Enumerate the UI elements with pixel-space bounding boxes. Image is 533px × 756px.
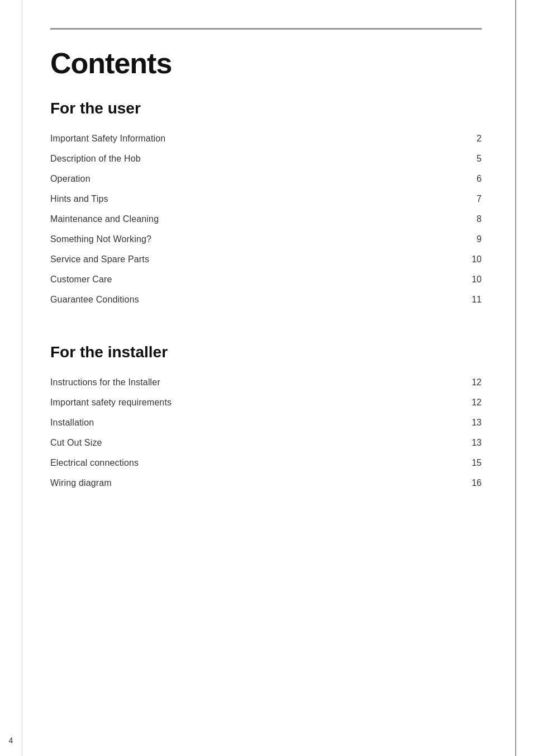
toc-item-label: Hints and Tips <box>50 189 352 209</box>
section-heading-user: For the user <box>50 100 482 117</box>
toc-item-label: Guarantee Conditions <box>50 290 352 310</box>
table-row: Description of the Hob 5 <box>50 149 482 169</box>
toc-item-label: Maintenance and Cleaning <box>50 209 352 229</box>
toc-item-page: 15 <box>352 453 482 473</box>
main-title: Contents <box>50 46 482 80</box>
toc-item-page: 16 <box>352 473 482 493</box>
toc-item-label: Customer Care <box>50 270 352 290</box>
section-for-the-installer: For the installer Instructions for the I… <box>50 343 482 493</box>
toc-item-label: Installation <box>50 413 352 433</box>
toc-item-label: Something Not Working? <box>50 229 352 249</box>
table-row: Hints and Tips 7 <box>50 189 482 209</box>
table-row: Wiring diagram 16 <box>50 473 482 493</box>
toc-item-page: 12 <box>352 393 482 413</box>
toc-item-page: 8 <box>352 209 482 229</box>
toc-item-page: 10 <box>352 270 482 290</box>
toc-item-page: 2 <box>352 129 482 149</box>
table-row: Operation 6 <box>50 169 482 189</box>
table-row: Important safety requirements 12 <box>50 393 482 413</box>
right-padding <box>516 0 533 756</box>
toc-item-page: 10 <box>352 249 482 270</box>
toc-item-label: Description of the Hob <box>50 149 352 169</box>
toc-item-page: 11 <box>352 290 482 310</box>
toc-item-page: 12 <box>352 372 482 393</box>
table-row: Electrical connections 15 <box>50 453 482 473</box>
table-row: Service and Spare Parts 10 <box>50 249 482 270</box>
page-number: 4 <box>9 736 13 745</box>
toc-item-label: Cut Out Size <box>50 433 352 453</box>
left-margin: 4 <box>0 0 22 756</box>
toc-item-page: 13 <box>352 433 482 453</box>
toc-item-label: Wiring diagram <box>50 473 352 493</box>
toc-item-label: Operation <box>50 169 352 189</box>
section-heading-installer: For the installer <box>50 343 482 361</box>
toc-item-label: Instructions for the Installer <box>50 372 352 393</box>
table-row: Cut Out Size 13 <box>50 433 482 453</box>
toc-item-label: Important safety requirements <box>50 393 352 413</box>
section-gap <box>50 315 482 338</box>
toc-item-page: 7 <box>352 189 482 209</box>
table-row: Guarantee Conditions 11 <box>50 290 482 310</box>
top-border <box>50 28 482 30</box>
page-container: 4 Contents For the user Important Safety… <box>0 0 533 756</box>
toc-item-page: 13 <box>352 413 482 433</box>
table-row: Maintenance and Cleaning 8 <box>50 209 482 229</box>
table-row: Installation 13 <box>50 413 482 433</box>
toc-item-label: Important Safety Information <box>50 129 352 149</box>
toc-table-user: Important Safety Information 2 Descripti… <box>50 129 482 310</box>
table-row: Important Safety Information 2 <box>50 129 482 149</box>
toc-item-label: Service and Spare Parts <box>50 249 352 270</box>
toc-item-page: 6 <box>352 169 482 189</box>
table-row: Customer Care 10 <box>50 270 482 290</box>
table-row: Something Not Working? 9 <box>50 229 482 249</box>
section-for-the-user: For the user Important Safety Informatio… <box>50 100 482 310</box>
toc-table-installer: Instructions for the Installer 12 Import… <box>50 372 482 493</box>
table-row: Instructions for the Installer 12 <box>50 372 482 393</box>
content-area: Contents For the user Important Safety I… <box>22 0 516 756</box>
toc-item-page: 5 <box>352 149 482 169</box>
toc-item-page: 9 <box>352 229 482 249</box>
toc-item-label: Electrical connections <box>50 453 352 473</box>
